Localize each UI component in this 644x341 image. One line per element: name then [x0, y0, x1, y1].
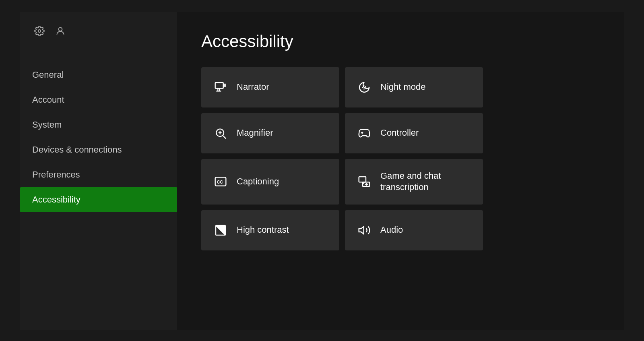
sidebar-item-general[interactable]: General — [20, 62, 177, 87]
audio-icon — [357, 223, 372, 238]
grid-item-narrator[interactable]: Narrator — [201, 67, 339, 107]
game-chat-icon — [357, 174, 372, 189]
app-wrapper: GeneralAccountSystemDevices & connection… — [20, 12, 624, 330]
grid-item-controller[interactable]: Controller — [345, 113, 483, 153]
high-contrast-icon — [213, 223, 228, 238]
sidebar-item-system[interactable]: System — [20, 112, 177, 137]
sidebar-item-preferences[interactable]: Preferences — [20, 162, 177, 187]
sidebar-item-devices[interactable]: Devices & connections — [20, 137, 177, 162]
grid-item-captioning[interactable]: CC Captioning — [201, 159, 339, 205]
profile-icon[interactable] — [53, 24, 68, 38]
grid-item-label-audio: Audio — [380, 224, 403, 236]
sidebar-item-accessibility[interactable]: Accessibility — [20, 187, 177, 212]
svg-marker-18 — [359, 226, 364, 234]
captioning-icon: CC — [213, 174, 228, 189]
grid-item-night-mode[interactable]: Night mode — [345, 67, 483, 107]
grid-item-label-narrator: Narrator — [237, 81, 269, 93]
svg-rect-13 — [359, 177, 366, 182]
controller-icon — [357, 126, 372, 141]
grid-item-high-contrast[interactable]: High contrast — [201, 210, 339, 250]
grid-item-label-high-contrast: High contrast — [237, 224, 289, 236]
sidebar: GeneralAccountSystemDevices & connection… — [20, 12, 177, 330]
svg-point-1 — [59, 27, 62, 31]
night-mode-icon — [357, 80, 372, 95]
page-title: Accessibility — [201, 32, 600, 51]
grid-item-label-captioning: Captioning — [237, 176, 279, 188]
svg-line-8 — [223, 136, 226, 138]
grid-item-label-night-mode: Night mode — [380, 81, 426, 93]
svg-text:CC: CC — [217, 180, 223, 184]
sidebar-item-account[interactable]: Account — [20, 87, 177, 112]
grid-item-label-magnifier: Magnifier — [237, 127, 273, 139]
magnifier-icon — [213, 126, 228, 141]
grid-item-label-game-chat: Game and chat transcription — [380, 170, 471, 193]
main-content: Accessibility Narrator Night mode Magnif… — [177, 12, 624, 330]
accessibility-grid: Narrator Night mode Magnifier Controller… — [201, 67, 483, 250]
narrator-icon — [213, 80, 228, 95]
grid-item-label-controller: Controller — [380, 127, 419, 139]
grid-item-audio[interactable]: Audio — [345, 210, 483, 250]
sidebar-icon-row — [20, 20, 177, 54]
svg-rect-2 — [215, 83, 223, 89]
svg-point-0 — [38, 29, 41, 32]
nav-menu: GeneralAccountSystemDevices & connection… — [20, 62, 177, 212]
grid-item-game-chat[interactable]: Game and chat transcription — [345, 159, 483, 205]
settings-icon[interactable] — [32, 24, 47, 38]
grid-item-magnifier[interactable]: Magnifier — [201, 113, 339, 153]
